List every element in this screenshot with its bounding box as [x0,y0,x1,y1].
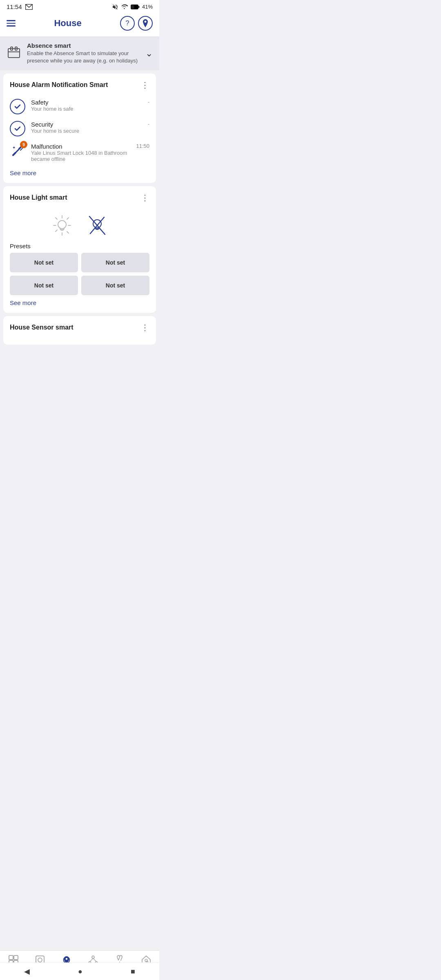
svg-rect-5 [8,49,20,58]
alarm-item-malfunction: 9 ✦ Malfunction Yale Linus Smart Lock 10… [10,140,149,165]
safety-check-icon [10,99,25,114]
page-content: Absence smart Enable the Absence Smart t… [0,36,159,397]
light-see-more[interactable]: See more [10,299,149,306]
malfunction-icon-wrap: 9 ✦ [10,143,25,160]
absence-chevron-icon[interactable]: ⌄ [145,48,153,59]
page-title: House [16,18,120,29]
svg-point-23 [93,220,101,228]
security-dash: - [148,121,149,127]
presets-label: Presets [10,243,149,249]
status-bar: 11:54 41% [0,0,159,12]
absence-icon [7,45,21,62]
malfunction-sub: Yale Linus Smart Lock 1048 in Bathroom b… [31,150,130,162]
light-card-title: House Light smart [10,194,67,201]
alarm-card-title: House Alarm Notification Smart [10,81,108,89]
status-time: 11:54 [7,3,22,10]
svg-rect-4 [131,5,134,9]
absence-banner[interactable]: Absence smart Enable the Absence Smart t… [0,36,159,70]
svg-point-21 [58,220,66,229]
alarm-security-text: Security Your home is secure [31,121,79,134]
security-label: Security [31,121,79,128]
status-icons: 41% [112,4,153,10]
menu-icon[interactable] [7,20,16,27]
alarm-item-security: Security Your home is secure - [10,118,149,140]
app-bar-icons: ? [120,16,153,31]
location-button[interactable] [138,16,153,31]
light-card-header: House Light smart ⋮ [10,193,149,203]
absence-title: Absence smart [27,42,140,49]
malfunction-text: Malfunction Yale Linus Smart Lock 1048 i… [31,143,130,162]
preset-btn-4[interactable]: Not set [81,276,149,295]
light-icons-row [10,208,149,239]
alarm-see-more[interactable]: See more [10,169,149,176]
app-bar: House ? [0,12,159,36]
svg-line-20 [56,230,57,232]
preset-btn-1[interactable]: Not set [10,253,78,272]
svg-line-11 [13,153,16,155]
mute-icon [112,4,118,10]
alarm-safety-text: Safety Your home is safe [31,99,74,112]
malfunction-badge: 9 [20,141,27,148]
sensor-card: House Sensor smart ⋮ [3,316,156,345]
alarm-card-header: House Alarm Notification Smart ⋮ [10,80,149,90]
absence-description: Enable the Absence Smart to simulate you… [27,50,140,65]
svg-line-17 [56,218,57,219]
sensor-card-header: House Sensor smart ⋮ [10,323,149,332]
svg-point-1 [124,8,125,9]
light-on-icon[interactable] [53,215,71,236]
malfunction-time: 11:50 [136,143,149,149]
alarm-item-safety: Safety Your home is safe - [10,96,149,118]
alarm-card: House Alarm Notification Smart ⋮ Safety … [3,74,156,183]
alarm-more-button[interactable]: ⋮ [141,80,149,90]
svg-rect-3 [138,6,140,8]
absence-text: Absence smart Enable the Absence Smart t… [27,42,140,65]
svg-text:✦: ✦ [12,145,16,150]
help-button[interactable]: ? [120,16,135,31]
security-check-icon [10,121,25,136]
light-card: House Light smart ⋮ [3,186,156,313]
svg-line-18 [67,232,69,233]
safety-dash: - [148,99,149,105]
light-off-icon[interactable] [88,215,107,236]
sensor-more-button[interactable]: ⋮ [141,323,149,332]
safety-sub: Your home is safe [31,106,74,112]
light-more-button[interactable]: ⋮ [141,193,149,203]
security-sub: Your home is secure [31,128,79,134]
presets-grid: Not set Not set Not set Not set [10,253,149,295]
wifi-icon [121,4,128,10]
svg-line-19 [67,218,69,219]
email-icon [25,4,33,10]
malfunction-label: Malfunction [31,143,130,150]
battery-percent: 41% [142,4,153,10]
sensor-card-title: House Sensor smart [10,324,74,331]
battery-icon [131,4,140,9]
preset-btn-2[interactable]: Not set [81,253,149,272]
preset-btn-3[interactable]: Not set [10,276,78,295]
safety-label: Safety [31,99,74,106]
